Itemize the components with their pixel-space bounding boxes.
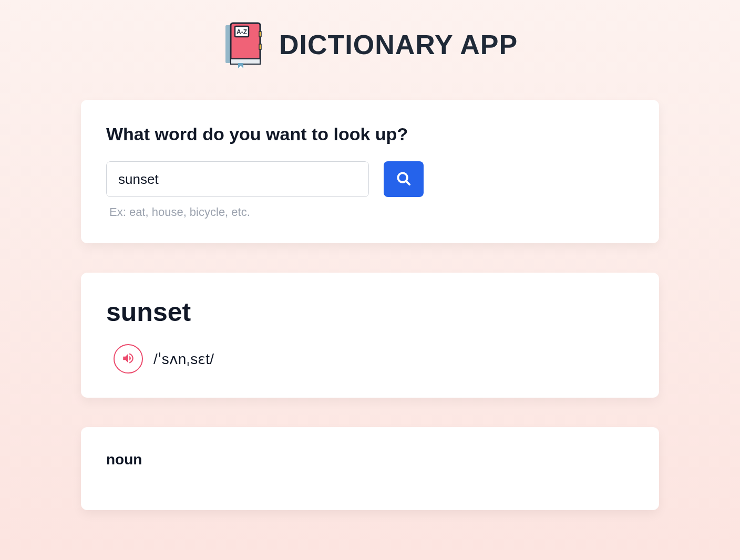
svg-text:A-Z: A-Z: [237, 28, 247, 36]
search-prompt: What word do you want to look up?: [106, 124, 634, 144]
search-input[interactable]: [106, 161, 369, 197]
part-of-speech: noun: [106, 451, 634, 468]
svg-rect-8: [259, 44, 261, 49]
phonetic-row: /ˈsʌnˌsɛt/: [114, 344, 634, 374]
app-header: A-Z Dictionary App: [32, 21, 708, 68]
meaning-card: noun: [81, 427, 659, 510]
result-card: sunset /ˈsʌnˌsɛt/: [81, 273, 659, 398]
svg-rect-7: [259, 32, 261, 37]
search-hint: Ex: eat, house, bicycle, etc.: [109, 205, 634, 219]
search-card: What word do you want to look up? Ex: ea…: [81, 100, 659, 243]
search-row: [106, 161, 634, 197]
dictionary-logo-icon: A-Z: [222, 21, 264, 68]
play-audio-button[interactable]: [114, 344, 143, 374]
result-word: sunset: [106, 297, 634, 327]
search-button[interactable]: [384, 161, 424, 197]
svg-line-10: [406, 181, 409, 184]
search-icon: [396, 171, 412, 188]
phonetic-text: /ˈsʌnˌsɛt/: [153, 350, 214, 368]
speaker-icon: [121, 351, 135, 367]
app-title: Dictionary App: [279, 29, 518, 60]
svg-rect-2: [231, 59, 260, 64]
